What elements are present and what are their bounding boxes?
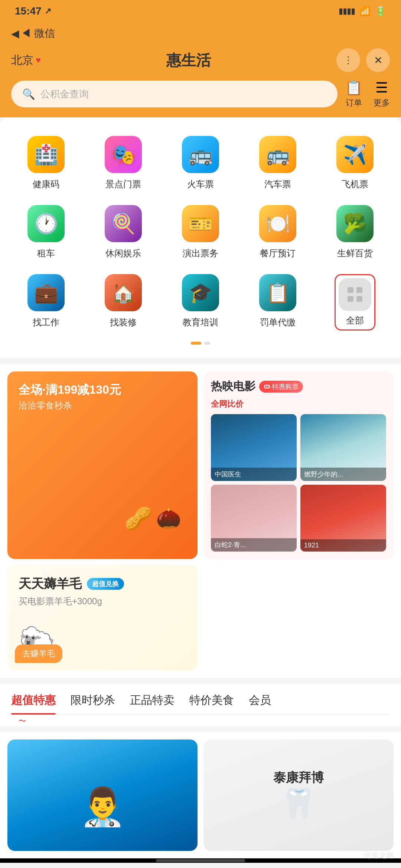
time-display: 15:47 bbox=[15, 5, 42, 17]
location-arrow-icon: ↗ bbox=[45, 6, 51, 16]
job-icon-wrap: 💼 bbox=[27, 274, 65, 311]
service-item-all[interactable]: 全部 bbox=[316, 267, 394, 338]
service-item-scenic[interactable]: 🎭 景点门票 bbox=[85, 129, 162, 198]
all-label: 全部 bbox=[346, 315, 364, 326]
car-icon-wrap: 🕐 bbox=[27, 205, 65, 242]
service-item-health[interactable]: 🏥 健康码 bbox=[7, 129, 85, 198]
decor-label: 找装修 bbox=[110, 316, 137, 328]
doctor-card-content: 👨‍⚕️ bbox=[7, 739, 198, 851]
service-item-train[interactable]: 🚌 火车票 bbox=[162, 129, 239, 198]
service-item-restaurant[interactable]: 🍽️ 餐厅预订 bbox=[239, 198, 316, 267]
pagination-dots bbox=[7, 338, 394, 351]
service-item-grocery[interactable]: 🥦 生鲜百货 bbox=[316, 198, 394, 267]
deal-section: 👨‍⚕️ 泰康拜博 🦷 bbox=[0, 732, 401, 858]
tab-flash-sale[interactable]: 限时秒杀 bbox=[71, 693, 115, 714]
car-label: 租车 bbox=[37, 247, 55, 259]
close-button[interactable]: ✕ bbox=[366, 48, 390, 72]
food-promo-card[interactable]: 全场·满199减130元 洽洽零食秒杀 🥜 🌰 bbox=[7, 371, 198, 559]
sheep-promo-subtitle: 买电影票羊毛+3000g bbox=[19, 595, 186, 607]
service-item-edu[interactable]: 🎓 教育培训 bbox=[162, 267, 239, 338]
edu-icon-wrap: 🎓 bbox=[182, 274, 219, 311]
earn-wool-bubble[interactable]: 去赚羊毛 bbox=[15, 644, 62, 663]
dental-deal-card[interactable]: 泰康拜博 🦷 bbox=[203, 739, 394, 851]
dots-icon: ⋮ bbox=[343, 55, 353, 66]
doctor-deal-card[interactable]: 👨‍⚕️ bbox=[7, 739, 198, 851]
more-label: 更多 bbox=[374, 97, 390, 108]
dot-1 bbox=[191, 342, 201, 345]
special-offer-badge[interactable]: 🎟 特惠购票 bbox=[259, 381, 303, 393]
wifi-icon: 📶 bbox=[359, 6, 371, 16]
wechat-back-button[interactable]: ◀ ◀ 微信 bbox=[11, 26, 55, 40]
special-offer-label: 特惠购票 bbox=[272, 382, 299, 391]
tab-super-deals-label: 超值特惠 bbox=[11, 694, 56, 706]
orders-icon: 📋 bbox=[345, 79, 362, 96]
tab-authentic[interactable]: 正品特卖 bbox=[130, 693, 175, 714]
tab-super-deals[interactable]: 超值特惠 bbox=[11, 693, 56, 714]
search-placeholder-text: 公积金查询 bbox=[40, 88, 89, 101]
wechat-label: ◀ 微信 bbox=[21, 26, 55, 40]
orders-label: 订单 bbox=[346, 97, 362, 108]
service-item-fine[interactable]: 📋 罚单代缴 bbox=[239, 267, 316, 338]
movie-card-4[interactable]: 1921 bbox=[300, 485, 386, 552]
more-button[interactable]: ☰ 更多 bbox=[374, 79, 390, 108]
bottom-home-bar bbox=[0, 858, 401, 863]
app-header: 北京 ♥ 惠生活 ⋮ ✕ bbox=[0, 45, 401, 79]
leisure-icon-wrap: 🍭 bbox=[105, 205, 142, 242]
tab-authentic-label: 正品特卖 bbox=[130, 694, 175, 706]
search-bar[interactable]: 🔍 公积金查询 bbox=[11, 81, 338, 107]
scenic-icon-wrap: 🎭 bbox=[105, 136, 142, 173]
sheep-promo-card[interactable]: 天天薅羊毛 超值兑换 买电影票羊毛+3000g 去赚羊毛 🐑 bbox=[7, 565, 198, 670]
restaurant-icon-wrap: 🍽️ bbox=[259, 205, 296, 242]
service-item-car[interactable]: 🕐 租车 bbox=[7, 198, 85, 267]
dot-2 bbox=[204, 342, 210, 345]
value-exchange-badge: 超值兑换 bbox=[87, 578, 124, 590]
fine-label: 罚单代缴 bbox=[260, 316, 296, 328]
svg-rect-0 bbox=[348, 287, 353, 293]
ticket-icon: 🎟 bbox=[264, 383, 270, 390]
location-selector[interactable]: 北京 ♥ bbox=[11, 53, 41, 68]
tab-food-deals-label: 特价美食 bbox=[189, 694, 234, 706]
show-label: 演出票务 bbox=[183, 247, 218, 259]
movie-card-2[interactable]: 燃野少年的... bbox=[300, 414, 386, 481]
restaurant-label: 餐厅预订 bbox=[260, 247, 296, 259]
heart-icon: ♥ bbox=[36, 55, 41, 65]
status-bar: 15:47 ↗ ▮▮▮▮ 📶 🔋 bbox=[0, 0, 401, 22]
search-icon: 🔍 bbox=[22, 88, 35, 100]
service-item-flight[interactable]: ✈️ 飞机票 bbox=[316, 129, 394, 198]
svg-rect-1 bbox=[356, 287, 362, 293]
service-item-leisure[interactable]: 🍭 休闲娱乐 bbox=[85, 198, 162, 267]
all-icon-wrap bbox=[339, 278, 371, 311]
food-promo-title: 全场·满199减130元 bbox=[19, 383, 186, 397]
grocery-icon-wrap: 🥦 bbox=[336, 205, 374, 242]
bus-label: 汽车票 bbox=[264, 178, 291, 190]
tooth-icon: 🦷 bbox=[280, 786, 317, 821]
tab-member[interactable]: 会员 bbox=[249, 693, 271, 714]
movie-1-label: 中国医生 bbox=[215, 470, 293, 479]
movie-section-header: 热映电影 🎟 特惠购票 bbox=[211, 379, 386, 394]
tab-member-label: 会员 bbox=[249, 694, 271, 706]
service-item-decor[interactable]: 🏠 找装修 bbox=[85, 267, 162, 338]
leisure-label: 休闲娱乐 bbox=[105, 247, 141, 259]
sheep-promo-title: 天天薅羊毛 超值兑换 bbox=[19, 575, 186, 592]
tab-food-deals[interactable]: 特价美食 bbox=[189, 693, 234, 714]
orders-button[interactable]: 📋 订单 bbox=[345, 79, 362, 108]
movie-promo-section: 热映电影 🎟 特惠购票 全网比价 中国医生 燃野少年的... 白蛇2·青... bbox=[203, 371, 394, 559]
sheep-promo-bottom: 去赚羊毛 🐑 bbox=[19, 625, 186, 660]
service-item-bus[interactable]: 🚌 汽车票 bbox=[239, 129, 316, 198]
show-icon-wrap: 🎫 bbox=[182, 205, 219, 242]
movie-grid: 中国医生 燃野少年的... 白蛇2·青... 1921 bbox=[211, 414, 386, 552]
movie-card-3[interactable]: 白蛇2·青... bbox=[211, 485, 297, 552]
flight-label: 飞机票 bbox=[342, 178, 368, 190]
movie-card-1[interactable]: 中国医生 bbox=[211, 414, 297, 481]
status-time: 15:47 ↗ bbox=[15, 5, 51, 17]
category-tabs: 超值特惠 限时秒杀 正品特卖 特价美食 会员 bbox=[11, 693, 390, 715]
service-item-show[interactable]: 🎫 演出票务 bbox=[162, 198, 239, 267]
search-area: 🔍 公积金查询 📋 订单 ☰ 更多 bbox=[0, 79, 401, 117]
watermark: 河南龙网 bbox=[364, 851, 394, 861]
movie-2-label: 燃野少年的... bbox=[304, 470, 382, 479]
job-label: 找工作 bbox=[33, 316, 59, 328]
menu-button[interactable]: ⋮ bbox=[336, 48, 360, 72]
promo-section: 全场·满199减130元 洽洽零食秒杀 🥜 🌰 热映电影 🎟 特惠购票 全网比价… bbox=[0, 364, 401, 678]
services-row-3: 💼 找工作 🏠 找装修 🎓 教育培训 📋 罚单代缴 bbox=[7, 267, 394, 338]
service-item-job[interactable]: 💼 找工作 bbox=[7, 267, 85, 338]
